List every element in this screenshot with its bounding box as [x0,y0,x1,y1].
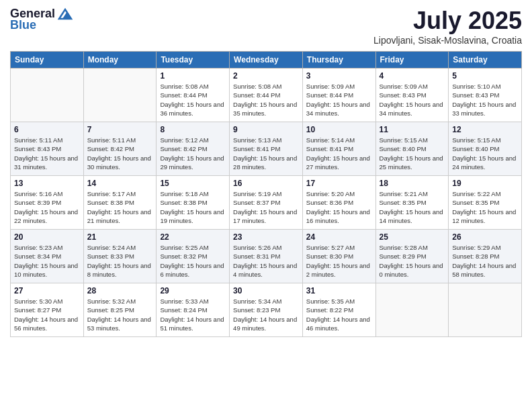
day-info: Sunrise: 5:24 AM Sunset: 8:33 PM Dayligh… [87,243,153,279]
day-number: 16 [233,179,299,188]
day-info: Sunrise: 5:08 AM Sunset: 8:44 PM Dayligh… [233,82,299,118]
day-number: 4 [380,71,445,81]
day-info: Sunrise: 5:33 AM Sunset: 8:24 PM Dayligh… [160,297,226,332]
table-row: 21Sunrise: 5:24 AM Sunset: 8:33 PM Dayli… [83,230,157,283]
day-info: Sunrise: 5:14 AM Sunset: 8:41 PM Dayligh… [306,136,372,171]
table-row: 9Sunrise: 5:13 AM Sunset: 8:41 PM Daylig… [230,122,303,176]
table-row: 18Sunrise: 5:21 AM Sunset: 8:35 PM Dayli… [375,176,449,230]
table-row: 1Sunrise: 5:08 AM Sunset: 8:44 PM Daylig… [157,68,230,122]
day-number: 19 [452,179,518,188]
table-row: 17Sunrise: 5:20 AM Sunset: 8:36 PM Dayli… [302,176,375,230]
calendar-table: Sunday Monday Tuesday Wednesday Thursday… [10,51,522,337]
day-info: Sunrise: 5:08 AM Sunset: 8:44 PM Dayligh… [160,82,226,118]
month-year: July 2025 [373,7,522,35]
table-row: 19Sunrise: 5:22 AM Sunset: 8:35 PM Dayli… [449,176,522,230]
table-row [375,283,449,337]
day-info: Sunrise: 5:22 AM Sunset: 8:35 PM Dayligh… [452,189,518,225]
day-info: Sunrise: 5:30 AM Sunset: 8:27 PM Dayligh… [14,297,80,332]
day-number: 20 [14,232,80,242]
table-row: 29Sunrise: 5:33 AM Sunset: 8:24 PM Dayli… [157,283,230,337]
calendar-week-row: 13Sunrise: 5:16 AM Sunset: 8:39 PM Dayli… [11,176,522,230]
table-row: 16Sunrise: 5:19 AM Sunset: 8:37 PM Dayli… [230,176,303,230]
day-number: 26 [452,232,518,242]
table-row: 30Sunrise: 5:34 AM Sunset: 8:23 PM Dayli… [230,283,303,337]
day-info: Sunrise: 5:15 AM Sunset: 8:40 PM Dayligh… [380,136,445,171]
day-info: Sunrise: 5:34 AM Sunset: 8:23 PM Dayligh… [233,297,299,332]
day-info: Sunrise: 5:28 AM Sunset: 8:29 PM Dayligh… [380,243,445,279]
table-row: 28Sunrise: 5:32 AM Sunset: 8:25 PM Dayli… [83,283,157,337]
day-number: 29 [160,286,226,295]
day-number: 30 [233,286,299,295]
col-friday: Friday [375,52,449,68]
day-number: 13 [14,179,80,188]
table-row [11,68,84,122]
day-number: 7 [87,125,153,134]
day-number: 3 [306,71,372,81]
table-row: 4Sunrise: 5:09 AM Sunset: 8:43 PM Daylig… [375,68,449,122]
col-sunday: Sunday [11,52,84,68]
day-number: 10 [306,125,372,134]
table-row: 6Sunrise: 5:11 AM Sunset: 8:43 PM Daylig… [11,122,84,176]
col-wednesday: Wednesday [230,52,303,68]
day-info: Sunrise: 5:27 AM Sunset: 8:30 PM Dayligh… [306,243,372,279]
header: General Blue July 2025 Lipovljani, Sisak… [10,7,522,46]
day-info: Sunrise: 5:16 AM Sunset: 8:39 PM Dayligh… [14,189,80,225]
day-info: Sunrise: 5:10 AM Sunset: 8:43 PM Dayligh… [452,82,518,118]
day-number: 18 [380,179,445,188]
day-number: 17 [306,179,372,188]
day-number: 31 [306,286,372,295]
day-number: 9 [233,125,299,134]
day-number: 23 [233,232,299,242]
day-info: Sunrise: 5:12 AM Sunset: 8:42 PM Dayligh… [160,136,226,171]
day-info: Sunrise: 5:26 AM Sunset: 8:31 PM Dayligh… [233,243,299,279]
calendar-week-row: 1Sunrise: 5:08 AM Sunset: 8:44 PM Daylig… [11,68,522,122]
logo-icon [58,8,73,20]
logo-blue-text: Blue [10,18,36,32]
col-monday: Monday [83,52,157,68]
day-info: Sunrise: 5:13 AM Sunset: 8:41 PM Dayligh… [233,136,299,171]
table-row: 3Sunrise: 5:09 AM Sunset: 8:44 PM Daylig… [302,68,375,122]
day-number: 24 [306,232,372,242]
table-row: 12Sunrise: 5:15 AM Sunset: 8:40 PM Dayli… [449,122,522,176]
day-number: 28 [87,286,153,295]
table-row: 10Sunrise: 5:14 AM Sunset: 8:41 PM Dayli… [302,122,375,176]
table-row: 31Sunrise: 5:35 AM Sunset: 8:22 PM Dayli… [302,283,375,337]
day-info: Sunrise: 5:19 AM Sunset: 8:37 PM Dayligh… [233,189,299,225]
day-number: 22 [160,232,226,242]
day-number: 21 [87,232,153,242]
day-number: 5 [452,71,518,81]
day-info: Sunrise: 5:25 AM Sunset: 8:32 PM Dayligh… [160,243,226,279]
col-tuesday: Tuesday [157,52,230,68]
table-row: 24Sunrise: 5:27 AM Sunset: 8:30 PM Dayli… [302,230,375,283]
table-row [83,68,157,122]
day-info: Sunrise: 5:09 AM Sunset: 8:43 PM Dayligh… [380,82,445,118]
day-info: Sunrise: 5:32 AM Sunset: 8:25 PM Dayligh… [87,297,153,332]
table-row: 14Sunrise: 5:17 AM Sunset: 8:38 PM Dayli… [83,176,157,230]
table-row: 5Sunrise: 5:10 AM Sunset: 8:43 PM Daylig… [449,68,522,122]
table-row: 20Sunrise: 5:23 AM Sunset: 8:34 PM Dayli… [11,230,84,283]
day-info: Sunrise: 5:21 AM Sunset: 8:35 PM Dayligh… [380,189,445,225]
day-info: Sunrise: 5:18 AM Sunset: 8:38 PM Dayligh… [160,189,226,225]
day-number: 15 [160,179,226,188]
calendar-week-row: 6Sunrise: 5:11 AM Sunset: 8:43 PM Daylig… [11,122,522,176]
day-info: Sunrise: 5:17 AM Sunset: 8:38 PM Dayligh… [87,189,153,225]
table-row: 22Sunrise: 5:25 AM Sunset: 8:32 PM Dayli… [157,230,230,283]
day-number: 1 [160,71,226,81]
day-number: 6 [14,125,80,134]
day-number: 12 [452,125,518,134]
day-info: Sunrise: 5:11 AM Sunset: 8:43 PM Dayligh… [14,136,80,171]
table-row: 26Sunrise: 5:29 AM Sunset: 8:28 PM Dayli… [449,230,522,283]
table-row: 13Sunrise: 5:16 AM Sunset: 8:39 PM Dayli… [11,176,84,230]
day-number: 8 [160,125,226,134]
day-number: 27 [14,286,80,295]
col-saturday: Saturday [449,52,522,68]
table-row: 15Sunrise: 5:18 AM Sunset: 8:38 PM Dayli… [157,176,230,230]
col-thursday: Thursday [302,52,375,68]
table-row: 8Sunrise: 5:12 AM Sunset: 8:42 PM Daylig… [157,122,230,176]
calendar-header-row: Sunday Monday Tuesday Wednesday Thursday… [11,52,522,68]
day-info: Sunrise: 5:20 AM Sunset: 8:36 PM Dayligh… [306,189,372,225]
day-info: Sunrise: 5:23 AM Sunset: 8:34 PM Dayligh… [14,243,80,279]
day-info: Sunrise: 5:09 AM Sunset: 8:44 PM Dayligh… [306,82,372,118]
table-row: 23Sunrise: 5:26 AM Sunset: 8:31 PM Dayli… [230,230,303,283]
day-number: 11 [380,125,445,134]
